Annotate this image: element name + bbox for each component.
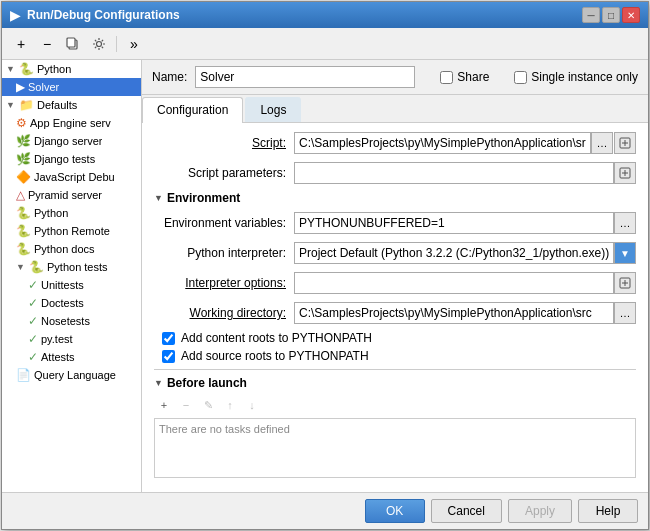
script-extra-button[interactable]	[614, 132, 636, 154]
python-tests-label: Python tests	[47, 261, 108, 273]
js-debug-label: JavaScript Debu	[34, 171, 115, 183]
python-docs-icon: 🐍	[16, 242, 31, 256]
tree-defaults-group[interactable]: ▼ 📁 Defaults	[2, 96, 141, 114]
tab-logs[interactable]: Logs	[245, 97, 301, 122]
launch-down-button[interactable]: ↓	[242, 395, 262, 415]
name-bar: Name: Share Single instance only	[142, 60, 648, 95]
config-tree: ▼ 🐍 Python ▶ Solver ▼ 📁 Defaults ⚙ App E…	[2, 60, 142, 492]
django-tests-label: Django tests	[34, 153, 95, 165]
tree-pytest[interactable]: ✓ py.test	[2, 330, 141, 348]
add-content-roots-row: Add content roots to PYTHONPATH	[154, 331, 636, 345]
tree-python-run[interactable]: 🐍 Python	[2, 204, 141, 222]
ok-button[interactable]: OK	[365, 499, 425, 523]
django-tests-icon: 🌿	[16, 152, 31, 166]
app-engine-icon: ⚙	[16, 116, 27, 130]
pyramid-icon: △	[16, 188, 25, 202]
query-lang-label: Query Language	[34, 369, 116, 381]
python-remote-label: Python Remote	[34, 225, 110, 237]
python-group-arrow: ▼	[6, 64, 16, 74]
tree-python-remote[interactable]: 🐍 Python Remote	[2, 222, 141, 240]
name-input[interactable]	[195, 66, 415, 88]
working-dir-browse-button[interactable]: …	[614, 302, 636, 324]
maximize-button[interactable]: □	[602, 7, 620, 23]
script-row: Script: …	[154, 131, 636, 155]
env-vars-group: …	[294, 212, 636, 234]
environment-arrow[interactable]: ▼	[154, 193, 163, 203]
tree-python-tests-group[interactable]: ▼ 🐍 Python tests	[2, 258, 141, 276]
tree-django-tests[interactable]: 🌿 Django tests	[2, 150, 141, 168]
settings-button[interactable]	[88, 33, 110, 55]
svg-rect-1	[67, 38, 75, 47]
interpreter-opts-extra-button[interactable]	[614, 272, 636, 294]
script-params-row: Script parameters:	[154, 161, 636, 185]
apply-button[interactable]: Apply	[508, 499, 572, 523]
close-button[interactable]: ✕	[622, 7, 640, 23]
pyramid-label: Pyramid server	[28, 189, 102, 201]
tree-js-debug[interactable]: 🔶 JavaScript Debu	[2, 168, 141, 186]
top-toolbar: + − »	[2, 28, 648, 60]
share-checkbox[interactable]	[440, 71, 453, 84]
tree-unittests[interactable]: ✓ Unittests	[2, 276, 141, 294]
tree-django-server[interactable]: 🌿 Django server	[2, 132, 141, 150]
tree-query-lang[interactable]: 📄 Query Language	[2, 366, 141, 384]
form-area: Script: … Script parameters:	[142, 123, 648, 492]
defaults-icon: 📁	[19, 98, 34, 112]
before-launch-arrow[interactable]: ▼	[154, 378, 163, 388]
titlebar-left: ▶ Run/Debug Configurations	[10, 7, 180, 23]
unittests-icon: ✓	[28, 278, 38, 292]
add-button[interactable]: +	[10, 33, 32, 55]
env-vars-browse-button[interactable]: …	[614, 212, 636, 234]
script-params-input[interactable]	[294, 162, 614, 184]
launch-remove-button[interactable]: −	[176, 395, 196, 415]
single-instance-label: Single instance only	[531, 70, 638, 84]
before-launch-label: Before launch	[167, 376, 247, 390]
launch-up-button[interactable]: ↑	[220, 395, 240, 415]
help-button[interactable]: Help	[578, 499, 638, 523]
cancel-button[interactable]: Cancel	[431, 499, 502, 523]
tree-pyramid[interactable]: △ Pyramid server	[2, 186, 141, 204]
share-group: Share	[440, 70, 489, 84]
interpreter-input[interactable]	[294, 242, 614, 264]
tree-app-engine[interactable]: ⚙ App Engine serv	[2, 114, 141, 132]
tree-doctests[interactable]: ✓ Doctests	[2, 294, 141, 312]
tree-python-docs[interactable]: 🐍 Python docs	[2, 240, 141, 258]
svg-point-2	[97, 41, 102, 46]
launch-add-button[interactable]: +	[154, 395, 174, 415]
interpreter-dropdown-button[interactable]: ▼	[614, 242, 636, 264]
interpreter-group: ▼	[294, 242, 636, 264]
attests-icon: ✓	[28, 350, 38, 364]
tree-solver[interactable]: ▶ Solver	[2, 78, 141, 96]
interpreter-opts-input[interactable]	[294, 272, 614, 294]
tree-attests[interactable]: ✓ Attests	[2, 348, 141, 366]
interpreter-opts-row: Interpreter options:	[154, 271, 636, 295]
tab-configuration[interactable]: Configuration	[142, 97, 243, 123]
tree-python-group[interactable]: ▼ 🐍 Python	[2, 60, 141, 78]
launch-list-hint: There are no tasks defined	[159, 423, 290, 435]
single-instance-checkbox[interactable]	[514, 71, 527, 84]
tree-nosetests[interactable]: ✓ Nosetests	[2, 312, 141, 330]
script-browse-button[interactable]: …	[591, 132, 613, 154]
expand-button[interactable]: »	[123, 33, 145, 55]
add-content-roots-checkbox[interactable]	[162, 332, 175, 345]
environment-header: ▼ Environment	[154, 191, 636, 205]
django-server-label: Django server	[34, 135, 102, 147]
copy-button[interactable]	[62, 33, 84, 55]
query-lang-icon: 📄	[16, 368, 31, 382]
add-source-roots-checkbox[interactable]	[162, 350, 175, 363]
remove-button[interactable]: −	[36, 33, 58, 55]
launch-edit-button[interactable]: ✎	[198, 395, 218, 415]
launch-toolbar: + − ✎ ↑ ↓	[154, 392, 636, 418]
interpreter-opts-group	[294, 272, 636, 294]
script-params-extra-button[interactable]	[614, 162, 636, 184]
minimize-button[interactable]: ─	[582, 7, 600, 23]
script-params-label: Script parameters:	[154, 166, 294, 180]
script-input[interactable]	[294, 132, 591, 154]
titlebar-controls: ─ □ ✕	[582, 7, 640, 23]
python-run-icon: 🐍	[16, 206, 31, 220]
app-engine-label: App Engine serv	[30, 117, 111, 129]
env-vars-input[interactable]	[294, 212, 614, 234]
working-dir-input[interactable]	[294, 302, 614, 324]
script-field-group: …	[294, 132, 636, 154]
env-vars-row: Environment variables: …	[154, 211, 636, 235]
script-params-group	[294, 162, 636, 184]
